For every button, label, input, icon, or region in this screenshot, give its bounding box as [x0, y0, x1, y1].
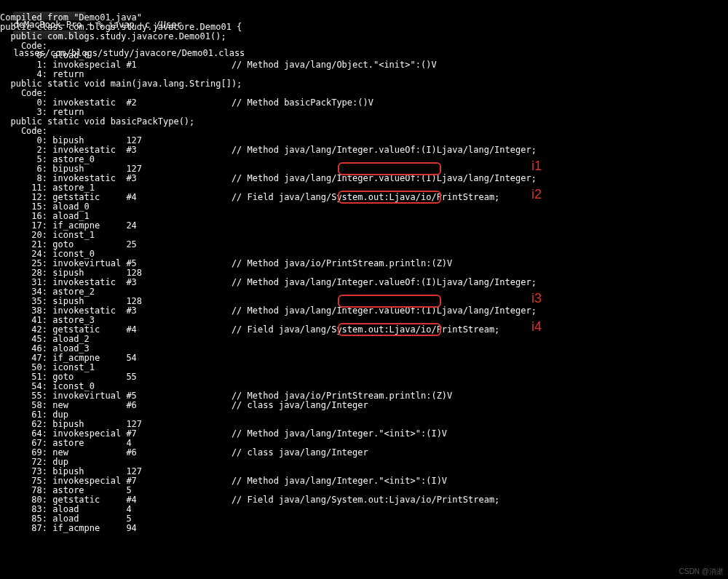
code-line: 38: invokestatic #3 // Method java/lang/…	[0, 306, 728, 316]
code-line: public static void main(java.lang.String…	[0, 79, 728, 89]
terminal-title-bar: deMacBook-Pro ~ % javap -c /User lasses/…	[0, 0, 728, 13]
code-line: public static void basicPackType();	[0, 117, 728, 127]
code-line: 21: goto 25	[0, 240, 728, 249]
code-line: 31: invokestatic #3 // Method java/lang/…	[0, 278, 728, 287]
annotation-label: i1	[531, 161, 542, 171]
terminal-output[interactable]: Compiled from "Demo01.java"public class …	[0, 13, 728, 533]
code-line: 87: if_acmpne 94	[0, 524, 728, 533]
code-line: 45: aload_2	[0, 335, 728, 344]
code-line: public com.blogs.study.javacore.Demo01()…	[0, 32, 728, 41]
code-line: 47: if_acmpne 54	[0, 354, 728, 363]
watermark: CSDN @消逝	[679, 567, 724, 576]
annotation-label: i2	[531, 190, 542, 199]
annotation-label: i4	[531, 322, 542, 332]
code-line: 2: invokestatic #3 // Method java/lang/I…	[0, 145, 728, 155]
code-line: 58: new #6 // class java/lang/Integer	[0, 401, 728, 410]
code-line: 42: getstatic #4 // Field java/lang/Syst…	[0, 325, 728, 335]
code-line: 8: invokestatic #3 // Method java/lang/I…	[0, 174, 728, 183]
code-line: 17: if_acmpne 24	[0, 221, 728, 231]
code-line: 69: new #6 // class java/lang/Integer	[0, 448, 728, 458]
code-line: 51: goto 55	[0, 372, 728, 382]
annotation-label: i3	[531, 294, 542, 303]
code-line: 12: getstatic #4 // Field java/lang/Syst…	[0, 193, 728, 202]
code-line: 15: aload_0	[0, 202, 728, 212]
code-line: 0: invokestatic #2 // Method basicPackTy…	[0, 98, 728, 108]
code-line: 1: invokespecial #1 // Method java/lang/…	[0, 60, 728, 70]
